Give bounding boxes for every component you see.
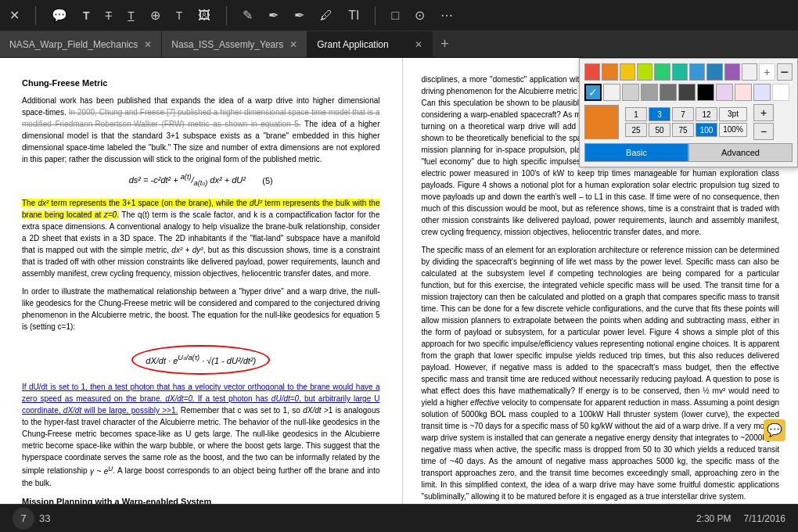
para-highlighted: The dx² term represents the 3+1 space (o… <box>22 197 380 279</box>
text-underline-icon[interactable]: T <box>124 6 138 25</box>
cp-scale-75[interactable]: 75 <box>672 123 694 137</box>
tab-grant[interactable]: Grant Application ✕ <box>307 31 433 57</box>
cp-minus-btn2[interactable]: − <box>753 123 774 140</box>
para-blue-link: If dU/dt is set to 1, then a test photon… <box>22 381 380 488</box>
color-swatches-row2: ✓ <box>584 84 793 101</box>
tab-iss[interactable]: Nasa_ISS_Assemly_Years ✕ <box>162 31 307 57</box>
content-area: Chung-Freese Metric Additional work has … <box>0 58 798 504</box>
page-left: Chung-Freese Metric Additional work has … <box>0 58 403 504</box>
section-title-left: Chung-Freese Metric <box>22 77 380 90</box>
color-swatch-green[interactable] <box>654 63 670 81</box>
tab-close-2[interactable]: ✕ <box>289 39 297 50</box>
comment-bubble-icon[interactable]: 💬 <box>764 419 785 441</box>
color-picker-popup: + − ✓ <box>579 58 798 167</box>
color-swatch-orange[interactable] <box>602 63 617 81</box>
color-swatch-red[interactable] <box>584 63 600 81</box>
page-number-circle: 7 <box>13 508 34 530</box>
color-swatch-lightblue[interactable] <box>753 84 771 101</box>
color-swatch-blue[interactable] <box>689 63 705 81</box>
text-cursor-icon[interactable]: TI <box>345 5 362 26</box>
para-2: In order to illustrate the mathematical … <box>22 286 380 332</box>
color-swatch-empty2[interactable] <box>772 84 789 101</box>
cp-scale-50[interactable]: 50 <box>649 123 670 137</box>
color-swatch-lime[interactable] <box>637 63 652 81</box>
text-icon[interactable]: T <box>80 6 93 25</box>
cp-selected-color-preview[interactable] <box>584 105 619 139</box>
tab-label: Grant Application <box>317 39 388 50</box>
tab-close-3[interactable]: ✕ <box>415 39 422 50</box>
color-swatch-lightgray[interactable] <box>603 84 620 101</box>
page-indicator: 7 33 <box>13 508 50 530</box>
cp-scale-25[interactable]: 25 <box>625 123 647 137</box>
para-1: Additional work has been published that … <box>22 95 380 165</box>
close-icon[interactable]: ✕ <box>6 5 23 26</box>
cp-size-12[interactable]: 12 <box>696 107 717 121</box>
sep2 <box>226 6 227 25</box>
page-total: 33 <box>39 512 50 524</box>
image-icon[interactable]: 🖼 <box>195 5 214 26</box>
cp-size-1[interactable]: 1 <box>625 107 647 121</box>
top-toolbar: ✕ 💬 T T T ⊕ T 🖼 ✎ ✒ ✒ 🖊 TI □ ⊙ ⋯ <box>0 0 798 31</box>
color-swatch-teal[interactable] <box>672 63 688 81</box>
text-highlight-icon[interactable]: T <box>173 6 186 25</box>
cp-size-7[interactable]: 7 <box>672 107 694 121</box>
search-circle-icon[interactable]: ⊙ <box>412 5 428 26</box>
page-number: 7 <box>20 512 26 524</box>
color-swatch-purple[interactable] <box>724 63 740 81</box>
pencil-icon[interactable]: 🖊 <box>317 5 336 26</box>
pen2-icon[interactable]: ✒ <box>291 5 307 26</box>
color-swatch-selected-blue[interactable]: ✓ <box>584 84 602 101</box>
color-swatch-gray1[interactable] <box>622 84 639 101</box>
circled-formula-container: dX/dt · eU₀/a(τ) · √(1 - dU²/dt²) <box>22 339 380 381</box>
time: 2:30 PM <box>696 513 732 524</box>
cp-size-options: 1 3 7 12 3pt 25 50 75 100 100% <box>625 107 747 137</box>
cp-minus-btn[interactable]: − <box>777 63 793 81</box>
color-swatch-gray3[interactable] <box>660 84 677 101</box>
color-swatch-white[interactable] <box>742 63 757 81</box>
cp-tab-advanced[interactable]: Advanced <box>688 143 793 162</box>
more-icon[interactable]: ⋯ <box>437 5 456 26</box>
cp-plus-btn[interactable]: + <box>753 104 774 121</box>
cp-scale-100[interactable]: 100 <box>696 123 717 137</box>
text-strikethrough-icon[interactable]: T <box>102 6 116 25</box>
color-swatches-row1: + − <box>584 63 793 81</box>
page-right: disciplines, a more "domestic" applicati… <box>403 58 799 504</box>
cp-scale-input[interactable]: 100% <box>719 123 747 137</box>
comment-icon[interactable]: 💬 <box>49 5 70 26</box>
pen-icon[interactable]: ✒ <box>265 5 282 26</box>
color-swatch-lavender[interactable] <box>716 84 733 101</box>
tab-close-1[interactable]: ✕ <box>144 39 152 50</box>
circled-formula: dX/dt · eU₀/a(τ) · √(1 - dU²/dt²) <box>131 345 270 375</box>
tab-bar: NASA_Warp_Field_Mechanics ✕ Nasa_ISS_Ass… <box>0 31 798 58</box>
taskbar-right: 2:30 PM 7/11/2016 <box>696 513 785 524</box>
sep3 <box>375 6 376 25</box>
cp-tabs: Basic Advanced <box>584 143 793 162</box>
add-circle-icon[interactable]: ⊕ <box>147 5 164 26</box>
square-icon[interactable]: □ <box>388 5 402 26</box>
color-swatch-pink[interactable] <box>735 84 752 101</box>
tab-label: NASA_Warp_Field_Mechanics <box>9 39 138 50</box>
color-swatch-yellow[interactable] <box>620 63 635 81</box>
cp-tab-basic[interactable]: Basic <box>584 143 688 162</box>
date: 7/11/2016 <box>744 513 785 524</box>
color-swatch-empty[interactable]: + <box>759 63 775 81</box>
color-swatch-darkblue[interactable] <box>706 63 722 81</box>
right-para-2: The specific mass of an element for an e… <box>422 244 780 502</box>
cp-size-input[interactable]: 3pt <box>719 107 747 121</box>
edit-icon[interactable]: ✎ <box>239 5 256 26</box>
color-swatch-black[interactable] <box>697 84 714 101</box>
color-swatch-gray2[interactable] <box>641 84 658 101</box>
formula-main: ds² = -c²dt² + a(t)/a(t₀) dx² + dU² (5) <box>22 173 380 190</box>
cp-plus-minus: + − <box>753 104 774 140</box>
status-bar: 7 33 2:30 PM 7/11/2016 <box>0 504 798 532</box>
section-mission: Mission Planning with a Warp-enabled Sys… <box>22 495 380 504</box>
color-swatch-darkgray[interactable] <box>678 84 696 101</box>
sep1 <box>35 6 36 25</box>
cp-size-scale-row: 1 3 7 12 3pt 25 50 75 100 100% <box>584 104 793 140</box>
cp-size-3[interactable]: 3 <box>649 107 670 121</box>
tab-label: Nasa_ISS_Assemly_Years <box>171 39 283 50</box>
tab-warp-field[interactable]: NASA_Warp_Field_Mechanics ✕ <box>0 31 162 57</box>
tab-add-button[interactable]: + <box>433 31 457 57</box>
